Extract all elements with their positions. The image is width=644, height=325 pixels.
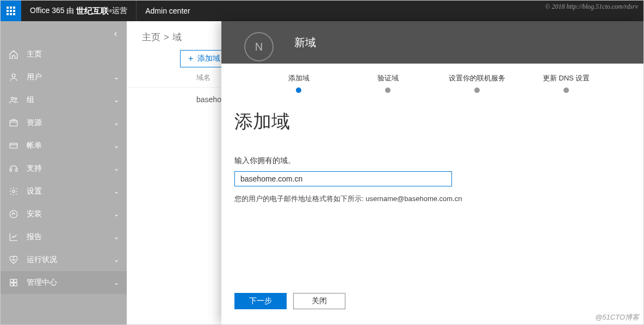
sidebar-item-home[interactable]: 主页 [1, 43, 127, 66]
sidebar-item-label: 资源 [27, 118, 114, 128]
sidebar-item-label: 帐单 [27, 141, 114, 151]
chevron-down-icon: ⌄ [114, 96, 119, 104]
close-button[interactable]: 关闭 [293, 293, 345, 309]
svg-point-2 [15, 98, 17, 100]
svg-point-0 [12, 74, 15, 77]
step-2[interactable]: 设置你的联机服务 [432, 73, 522, 93]
sidebar-item-group[interactable]: 组 ⌄ [1, 89, 127, 111]
sidebar-item-label: 安装 [27, 209, 114, 219]
svg-rect-11 [10, 283, 13, 286]
step-label: 更新 DNS 设置 [522, 73, 611, 83]
panel-header: N 新域 [221, 21, 643, 64]
resource-icon [8, 117, 19, 128]
sidebar-item-settings[interactable]: 设置 ⌄ [1, 180, 127, 203]
breadcrumb-sep: > [164, 32, 169, 43]
sidebar-item-label: 报告 [27, 232, 114, 242]
chevron-down-icon: ⌄ [114, 233, 119, 241]
admin-icon [8, 277, 19, 288]
chevron-down-icon: ⌄ [114, 142, 119, 149]
chevron-down-icon: ⌄ [114, 73, 119, 81]
admin-center-label[interactable]: Admin center [137, 7, 199, 15]
panel-title: 新域 [294, 35, 316, 50]
svg-rect-5 [10, 169, 11, 172]
sidebar-collapse-icon[interactable]: ‹ [114, 29, 117, 39]
user-icon [8, 72, 19, 83]
panel-badge: N [244, 32, 274, 61]
domain-input[interactable] [234, 171, 452, 186]
chevron-down-icon: ⌄ [114, 119, 119, 127]
sidebar-item-label: 组 [27, 95, 114, 105]
group-icon [8, 95, 19, 105]
step-dot-icon [296, 88, 301, 93]
sidebar: ‹ 主页 用户 ⌄ 组 ⌄ 资源 ⌄ 帐单 ⌄ 支持 ⌄ 设置 ⌄ 安装 ⌄ 报… [1, 21, 127, 324]
install-icon [8, 209, 19, 220]
svg-rect-10 [14, 279, 17, 282]
svg-point-1 [11, 97, 14, 100]
sidebar-item-label: 用户 [27, 72, 114, 82]
sidebar-item-admin[interactable]: 管理中心 ⌄ [1, 271, 127, 294]
sidebar-item-reports[interactable]: 报告 ⌄ [1, 226, 127, 248]
step-label: 设置你的联机服务 [432, 73, 522, 83]
chevron-down-icon: ⌄ [114, 256, 119, 264]
svg-rect-4 [10, 143, 17, 148]
health-icon [8, 254, 19, 265]
email-hint: 您的用户的电子邮件地址格式将如下所示: username@basehome.co… [234, 194, 630, 204]
reports-icon [8, 232, 19, 242]
sidebar-item-label: 管理中心 [27, 278, 114, 288]
sidebar-item-user[interactable]: 用户 ⌄ [1, 66, 127, 89]
svg-rect-9 [10, 279, 13, 282]
step-dot-icon [474, 88, 480, 93]
sidebar-item-label: 支持 [27, 164, 114, 173]
brand-label: Office 365 由 世纪互联®运营 [21, 1, 137, 21]
support-icon [8, 163, 19, 174]
step-dot-icon [564, 88, 569, 93]
chevron-down-icon: ⌄ [114, 165, 119, 172]
chevron-down-icon: ⌄ [114, 279, 119, 286]
breadcrumb-home[interactable]: 主页 [142, 31, 160, 43]
settings-icon [8, 186, 19, 197]
copyright-label: © 2018 http://blog.51cto.com/rdsrv [545, 3, 638, 11]
step-label: 添加域 [254, 73, 343, 83]
sidebar-item-health[interactable]: 运行状况 ⌄ [1, 248, 127, 271]
svg-rect-3 [10, 121, 17, 127]
step-0[interactable]: 添加域 [254, 73, 343, 93]
svg-rect-6 [16, 169, 17, 172]
step-dot-icon [385, 88, 391, 93]
chevron-down-icon: ⌄ [114, 210, 119, 218]
add-domain-panel: N 新域 添加域 验证域 设置你的联机服务 更新 DNS 设置 添加域 输入你拥… [221, 21, 643, 324]
svg-rect-12 [14, 283, 17, 286]
step-3[interactable]: 更新 DNS 设置 [522, 73, 611, 93]
billing-icon [8, 140, 19, 151]
sidebar-item-install[interactable]: 安装 ⌄ [1, 203, 127, 226]
step-1[interactable]: 验证域 [343, 73, 432, 93]
sidebar-item-label: 运行状况 [27, 255, 114, 265]
sidebar-item-label: 主页 [27, 49, 119, 59]
home-icon [8, 49, 19, 60]
sidebar-item-resource[interactable]: 资源 ⌄ [1, 111, 127, 134]
app-launcher-icon[interactable] [1, 1, 21, 21]
svg-point-7 [13, 190, 15, 193]
sidebar-item-label: 设置 [27, 186, 114, 196]
sidebar-item-billing[interactable]: 帐单 ⌄ [1, 134, 127, 157]
col-domain-name: 域名 [196, 73, 210, 82]
stepper: 添加域 验证域 设置你的联机服务 更新 DNS 设置 [221, 64, 643, 98]
breadcrumb-current: 域 [172, 31, 182, 43]
domain-field-label: 输入你拥有的域。 [234, 156, 630, 166]
chevron-down-icon: ⌄ [114, 188, 119, 195]
panel-heading: 添加域 [234, 109, 630, 134]
next-button[interactable]: 下一步 [234, 293, 287, 309]
sidebar-item-support[interactable]: 支持 ⌄ [1, 157, 127, 180]
watermark: @51CTO博客 [595, 312, 639, 322]
svg-point-8 [10, 210, 17, 218]
plus-icon: + [188, 54, 193, 64]
step-label: 验证域 [343, 73, 432, 83]
